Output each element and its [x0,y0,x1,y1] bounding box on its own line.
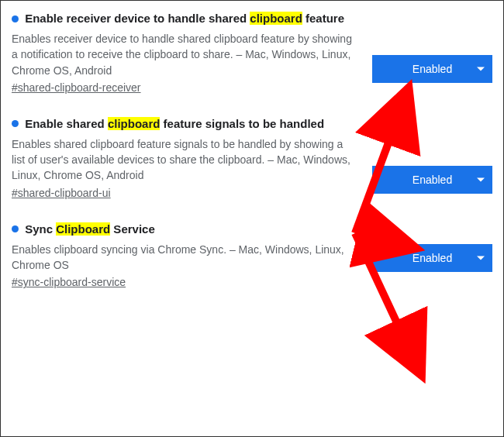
flag-row-sync-clipboard-service: Sync Clipboard Service Enables clipboard… [12,221,492,289]
flag-title-pre: Sync [25,222,56,236]
flag-title-pre: Enable receiver device to handle shared [25,12,250,25]
flag-description: Enables receiver device to handle shared… [12,31,357,78]
flag-control: Enabled [372,10,492,83]
flag-row-shared-clipboard-receiver: Enable receiver device to handle shared … [12,10,492,94]
flag-text-block: Enable receiver device to handle shared … [12,10,372,94]
search-highlight: Clipboard [56,222,110,236]
flag-control: Enabled [372,115,492,194]
search-highlight: clipboard [108,117,161,130]
flag-title-post: feature signals to be handled [160,117,324,130]
flag-hash-link[interactable]: #sync-clipboard-service [12,276,357,288]
flag-state-dropdown[interactable]: Enabled [372,55,492,83]
flag-hash-link[interactable]: #shared-clipboard-receiver [12,81,357,94]
flag-title-pre: Enable shared [25,117,108,130]
flag-text-block: Sync Clipboard Service Enables clipboard… [12,221,372,289]
flag-title: Sync Clipboard Service [12,221,357,237]
modified-dot-icon [12,120,19,127]
flag-text-block: Enable shared clipboard feature signals … [12,115,372,199]
dropdown-value: Enabled [413,252,452,264]
dropdown-value: Enabled [413,174,452,186]
dropdown-value: Enabled [413,63,452,75]
flag-title: Enable receiver device to handle shared … [12,10,357,26]
flag-description: Enables shared clipboard feature signals… [12,136,357,184]
flag-state-dropdown[interactable]: Enabled [372,166,492,194]
chevron-down-icon [477,177,485,181]
flag-description: Enables clipboard syncing via Chrome Syn… [12,242,357,274]
flags-panel: Enable receiver device to handle shared … [0,0,504,437]
flag-title-post: feature [302,12,344,25]
flag-hash-link[interactable]: #shared-clipboard-ui [12,187,357,199]
modified-dot-icon [12,15,19,22]
search-highlight: clipboard [250,12,302,25]
modified-dot-icon [12,225,19,232]
chevron-down-icon [477,256,485,260]
flag-state-dropdown[interactable]: Enabled [372,244,492,272]
flag-row-shared-clipboard-ui: Enable shared clipboard feature signals … [12,115,492,199]
flag-title: Enable shared clipboard feature signals … [12,115,357,132]
chevron-down-icon [477,67,485,71]
flag-title-post: Service [110,222,155,236]
flag-control: Enabled [372,221,492,272]
